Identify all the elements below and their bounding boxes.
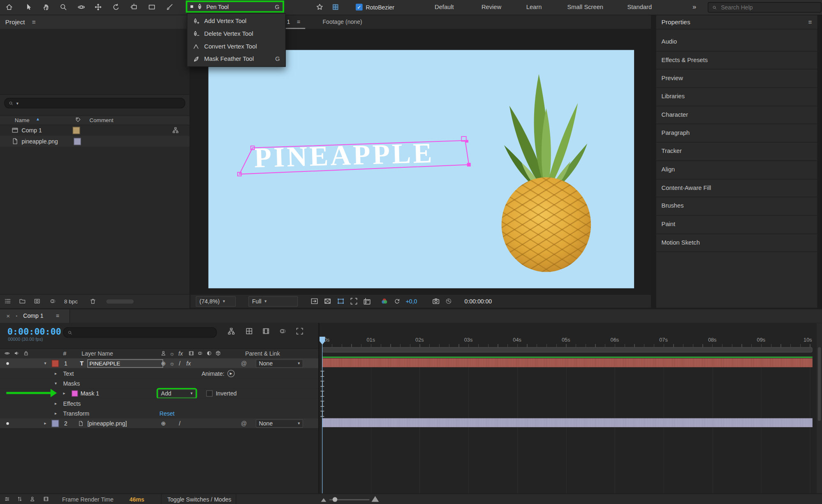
hand-tool-icon[interactable]: [43, 3, 51, 11]
project-search-input[interactable]: [21, 99, 181, 107]
frame-blend-toggle-icon[interactable]: [43, 496, 49, 502]
star-icon[interactable]: [316, 3, 324, 11]
quality-slash-icon[interactable]: /: [179, 360, 181, 366]
eye-toggle[interactable]: [6, 362, 9, 364]
panel-menu-icon[interactable]: ≡: [32, 18, 36, 26]
mask-name[interactable]: Mask 1: [81, 390, 99, 396]
property-label[interactable]: Effects: [63, 400, 81, 406]
shy-column-icon[interactable]: [160, 350, 166, 356]
draft-3d-icon[interactable]: [245, 327, 253, 335]
shy-toggle-icon[interactable]: [30, 496, 35, 502]
expand-rows-icon[interactable]: [17, 496, 23, 502]
collapse-switch-icon[interactable]: ⊕: [161, 360, 166, 367]
properties-item-libraries[interactable]: Libraries: [656, 88, 817, 106]
panel-menu-icon[interactable]: ≡: [56, 312, 59, 319]
layer-color-swatch[interactable]: [51, 360, 59, 367]
quality-slash-icon[interactable]: /: [179, 420, 181, 426]
comp-tab-label[interactable]: 1: [287, 18, 290, 25]
pickwhip-icon[interactable]: @: [241, 420, 247, 426]
eye-toggle[interactable]: [6, 422, 9, 424]
adjustment-column-icon[interactable]: [206, 350, 212, 356]
chevron-right-icon[interactable]: ▸: [63, 391, 65, 396]
fx-column-icon[interactable]: fx: [178, 350, 183, 356]
properties-item-audio[interactable]: Audio: [656, 33, 817, 51]
property-label[interactable]: Masks: [63, 380, 80, 386]
mask-color-swatch[interactable]: [72, 390, 78, 396]
project-item-name[interactable]: pineapple.png: [21, 138, 58, 144]
work-area-bar[interactable]: [322, 347, 813, 353]
pan-behind-tool-icon[interactable]: [130, 3, 138, 11]
label-swatch-lavender[interactable]: [74, 138, 81, 145]
exposure-value[interactable]: +0,0: [406, 298, 417, 304]
timeline-search-input[interactable]: [75, 329, 213, 336]
show-snapshot-icon[interactable]: [445, 298, 452, 305]
project-search[interactable]: ▾: [4, 98, 185, 109]
brush-tool-icon[interactable]: [166, 3, 174, 11]
fx-switch-icon[interactable]: fx: [186, 360, 191, 366]
workspace-default[interactable]: Default: [435, 4, 454, 10]
magnification-dropdown[interactable]: (74,8%) ▾: [196, 296, 236, 307]
chevron-down-icon[interactable]: ▾: [55, 381, 57, 386]
chevron-right-icon[interactable]: ▸: [55, 411, 57, 416]
properties-item-content-aware[interactable]: Content-Aware Fill: [656, 179, 817, 197]
column-parent-link[interactable]: Parent & Link: [245, 350, 280, 356]
properties-item-brushes[interactable]: Brushes: [656, 197, 817, 215]
rotation-tool-icon[interactable]: [112, 3, 120, 11]
properties-item-paragraph[interactable]: Paragraph: [656, 125, 817, 143]
home-icon[interactable]: [5, 3, 13, 11]
frame-blend-icon[interactable]: [262, 327, 270, 335]
mask-visibility-icon[interactable]: [337, 297, 345, 305]
expand-chevron-icon[interactable]: ▾: [44, 361, 46, 366]
zoom-in-mountain-icon[interactable]: [371, 496, 379, 502]
layer2-duration-bar[interactable]: [322, 418, 813, 427]
vertical-scrollbar[interactable]: [817, 323, 822, 494]
properties-item-motion-sketch[interactable]: Motion Sketch: [656, 234, 817, 252]
project-columns-header[interactable]: Name ▲ Comment: [0, 115, 190, 125]
layer-name[interactable]: [pineapple.png]: [87, 420, 127, 426]
composition-canvas[interactable]: PINEAPPLE: [208, 50, 634, 289]
workspace-review[interactable]: Review: [482, 4, 501, 10]
timeline-tab-label[interactable]: Comp 1: [23, 312, 43, 319]
panel-menu-icon[interactable]: ≡: [297, 18, 300, 25]
selection-tool-icon[interactable]: [25, 3, 32, 11]
lock-column-icon[interactable]: [23, 350, 29, 356]
scrollbar-thumb[interactable]: [818, 347, 821, 421]
layer-row-1[interactable]: ▾ 1 T PINEAPPLE ⊕ ☼ / fx @ None ▾: [0, 358, 318, 369]
layer1-duration-bar[interactable]: [322, 358, 813, 367]
layer-row-2[interactable]: ▸ 2 [pineapple.png] ⊕ / @ None ▾: [0, 418, 318, 429]
screen-mode-icon[interactable]: [310, 297, 318, 305]
time-ruler[interactable]: 0s 01s 02s 03s 04s 05s 06s 07s 08s 09s 1…: [320, 337, 822, 344]
new-composition-icon[interactable]: [34, 298, 41, 305]
property-label[interactable]: Transform: [63, 410, 90, 416]
column-name[interactable]: Name: [15, 117, 30, 123]
region-of-interest-icon[interactable]: [350, 297, 358, 305]
workspace-standard[interactable]: Standard: [627, 4, 652, 10]
column-layer-name[interactable]: Layer Name: [81, 350, 113, 356]
grid-guides-icon[interactable]: [363, 297, 371, 305]
properties-item-align[interactable]: Align: [656, 161, 817, 179]
flowchart-icon[interactable]: [172, 127, 179, 134]
current-timecode[interactable]: 0:00:00:00: [7, 326, 61, 337]
project-item-pineapple[interactable]: pineapple.png: [0, 136, 190, 147]
zoom-slider-knob[interactable]: [333, 497, 338, 502]
orbit-tool-icon[interactable]: [77, 3, 85, 11]
shape-tool-icon[interactable]: [148, 3, 156, 11]
toggle-switches-modes-button[interactable]: Toggle Switches / Modes: [167, 496, 232, 502]
parent-dropdown[interactable]: None ▾: [256, 419, 303, 427]
properties-item-preview[interactable]: Preview: [656, 69, 817, 88]
pan-camera-tool-icon[interactable]: [94, 3, 102, 11]
viewer-timecode[interactable]: 0:00:00:00: [465, 298, 492, 304]
video-column-icon[interactable]: [4, 350, 10, 356]
help-search[interactable]: [708, 2, 821, 13]
zoom-tool-icon[interactable]: [60, 3, 67, 11]
menu-item-delete-vertex[interactable]: Delete Vertex Tool: [188, 28, 285, 40]
layer-color-swatch[interactable]: [51, 420, 59, 427]
property-row-text[interactable]: ▸ Text Animate: ▶: [0, 368, 318, 379]
list-view-icon[interactable]: [4, 298, 11, 305]
chevron-right-icon[interactable]: ▸: [55, 371, 57, 376]
property-row-transform[interactable]: ▸ Transform Reset: [0, 408, 318, 419]
layer-name-field[interactable]: PINEAPPLE: [87, 359, 163, 367]
playhead-line[interactable]: [322, 337, 322, 493]
properties-item-effects-presets[interactable]: Effects & Presets: [656, 51, 817, 69]
motion-blur-icon[interactable]: [279, 327, 287, 335]
